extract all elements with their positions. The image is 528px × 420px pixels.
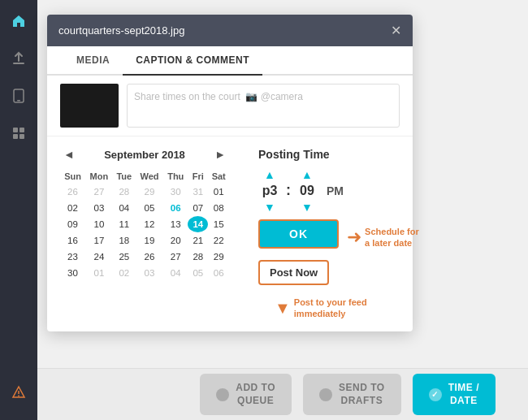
table-row[interactable]: 01 <box>208 184 229 200</box>
minute-column: ▲ 09 ▼ <box>296 169 318 213</box>
right-arrow-icon: ➜ <box>347 228 361 246</box>
phone-icon[interactable] <box>7 84 30 107</box>
svg-rect-0 <box>13 63 24 64</box>
calendar-prev-button[interactable]: ◄ <box>60 148 78 161</box>
table-row[interactable]: 29 <box>136 184 163 200</box>
table-row[interactable]: 14 <box>188 216 208 232</box>
cal-day-fri: Fri <box>188 169 208 184</box>
table-row[interactable]: 03 <box>136 265 163 281</box>
ok-button[interactable]: OK <box>258 219 339 249</box>
send-to-drafts-label: SEND TODRAFTS <box>339 382 385 407</box>
upload-icon[interactable] <box>7 47 30 70</box>
down-arrow-icon: ▼ <box>275 300 291 316</box>
calendar-header: ◄ September 2018 ► <box>60 148 229 161</box>
svg-rect-8 <box>18 396 19 397</box>
svg-rect-6 <box>19 134 24 139</box>
table-row[interactable]: 10 <box>85 216 113 232</box>
table-row[interactable]: 22 <box>208 232 229 249</box>
time-colon: : <box>286 182 291 201</box>
table-row[interactable]: 26 <box>136 249 163 265</box>
table-row[interactable]: 19 <box>136 232 163 249</box>
cal-day-thu: Thu <box>163 169 188 184</box>
table-row[interactable]: 03 <box>85 200 113 216</box>
ok-row: OK ➜ Schedule for a later date <box>258 219 422 255</box>
table-row[interactable]: 17 <box>85 232 113 249</box>
table-row[interactable]: 30 <box>60 265 85 281</box>
time-date-label: TIME /DATE <box>448 382 479 407</box>
post-now-button[interactable]: Post Now <box>258 260 329 285</box>
table-row[interactable]: 30 <box>163 184 188 200</box>
add-to-queue-button[interactable]: ADD TOQUEUE <box>200 374 292 415</box>
table-row[interactable]: 29 <box>208 249 229 265</box>
cal-day-wed: Wed <box>136 169 163 184</box>
table-row[interactable]: 08 <box>208 200 229 216</box>
grid-icon[interactable] <box>7 122 30 145</box>
modal-body: ◄ September 2018 ► Sun Mon Tue Wed Thu F… <box>47 136 413 331</box>
svg-rect-3 <box>13 128 18 132</box>
cal-day-mon: Mon <box>85 169 113 184</box>
table-row[interactable]: 26 <box>60 184 85 200</box>
hour-down-button[interactable]: ▼ <box>264 201 275 213</box>
table-row[interactable]: 06 <box>163 200 188 216</box>
table-row[interactable]: 27 <box>85 184 113 200</box>
table-row[interactable]: 16 <box>60 232 85 249</box>
media-row: Share times on the court 📷 @camera <box>47 76 413 136</box>
svg-rect-5 <box>13 134 18 139</box>
sidebar <box>0 0 37 420</box>
table-row[interactable]: 24 <box>85 249 113 265</box>
table-row[interactable]: 07 <box>188 200 208 216</box>
time-date-button[interactable]: ✓ TIME /DATE <box>413 374 496 415</box>
table-row[interactable]: 18 <box>113 232 136 249</box>
table-row[interactable]: 28 <box>113 184 136 200</box>
drafts-icon <box>319 388 332 401</box>
table-row[interactable]: 12 <box>136 216 163 232</box>
minute-value: 09 <box>296 184 318 198</box>
modal-tabs: MEDIA CAPTION & COMMENT <box>47 46 413 76</box>
tab-caption-comment[interactable]: CAPTION & COMMENT <box>123 46 262 76</box>
media-thumbnail <box>60 84 119 128</box>
table-row[interactable]: 13 <box>163 216 188 232</box>
modal-header: courtquarters-sept2018.jpg ✕ <box>47 15 413 46</box>
table-row[interactable]: 31 <box>188 184 208 200</box>
caption-input-area[interactable]: Share times on the court 📷 @camera <box>127 84 400 128</box>
ampm-value: PM <box>327 184 344 197</box>
table-row[interactable]: 25 <box>113 249 136 265</box>
hour-up-button[interactable]: ▲ <box>264 169 275 180</box>
schedule-label: Schedule for a later date <box>365 226 422 249</box>
post-feed-label: Post to your feedimmediately <box>294 297 367 320</box>
table-row[interactable]: 05 <box>188 265 208 281</box>
table-row[interactable]: 01 <box>85 265 113 281</box>
svg-rect-4 <box>19 128 24 132</box>
hour-value: p3 <box>258 184 281 198</box>
table-row[interactable]: 21 <box>188 232 208 249</box>
cal-day-tue: Tue <box>113 169 136 184</box>
calendar-month-year: September 2018 <box>104 149 185 161</box>
table-row[interactable]: 23 <box>60 249 85 265</box>
table-row[interactable]: 04 <box>163 265 188 281</box>
table-row[interactable]: 27 <box>163 249 188 265</box>
post-now-row: Post Now <box>258 260 329 292</box>
table-row[interactable]: 02 <box>113 265 136 281</box>
table-row[interactable]: 02 <box>60 200 85 216</box>
calendar-next-button[interactable]: ► <box>211 148 229 161</box>
table-row[interactable]: 05 <box>136 200 163 216</box>
table-row[interactable]: 15 <box>208 216 229 232</box>
tab-media[interactable]: MEDIA <box>63 46 123 76</box>
table-row[interactable]: 06 <box>208 265 229 281</box>
send-to-drafts-button[interactable]: SEND TODRAFTS <box>303 374 401 415</box>
table-row[interactable]: 09 <box>60 216 85 232</box>
hour-column: ▲ p3 ▼ <box>258 169 281 213</box>
schedule-label-row: ➜ Schedule for a later date <box>347 226 422 249</box>
minute-down-button[interactable]: ▼ <box>301 201 313 213</box>
table-row[interactable]: 11 <box>113 216 136 232</box>
table-row[interactable]: 20 <box>163 232 188 249</box>
post-feed-row: ▼ Post to your feedimmediately <box>275 297 367 320</box>
modal-title: courtquarters-sept2018.jpg <box>58 24 184 37</box>
svg-rect-7 <box>18 391 19 394</box>
table-row[interactable]: 28 <box>188 249 208 265</box>
minute-up-button[interactable]: ▲ <box>301 169 313 180</box>
alert-icon[interactable] <box>7 381 30 404</box>
modal-close-button[interactable]: ✕ <box>391 23 401 38</box>
home-icon[interactable] <box>7 10 30 32</box>
table-row[interactable]: 04 <box>113 200 136 216</box>
